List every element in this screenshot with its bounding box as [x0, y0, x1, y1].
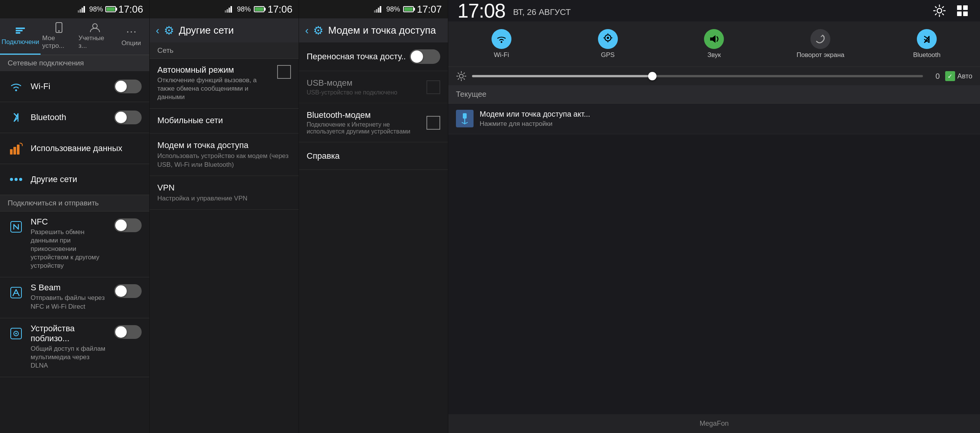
bt-modem-row[interactable]: Bluetooth-модем Подключение к Интернету …	[299, 103, 448, 142]
quick-toggle-bluetooth[interactable]: Bluetooth	[874, 25, 980, 63]
quick-gps-label: GPS	[601, 51, 615, 59]
wifi-item-text: Wi-Fi	[31, 81, 108, 91]
help-title: Справка	[307, 151, 440, 161]
sbeam-icon	[9, 286, 23, 300]
nfc-subtitle: Разрешить обмен данными при прикосновени…	[31, 228, 108, 270]
svg-point-10	[15, 90, 17, 91]
menu-item-vpn[interactable]: VPN Настройка и управление VPN	[150, 176, 299, 210]
quick-toggle-sound[interactable]: Звук	[661, 25, 768, 63]
notif-tethering-sub: Нажмите для настройки	[480, 120, 972, 128]
svg-point-14	[10, 178, 13, 181]
panel-3-header: ‹ ⚙ Модем и точка доступа	[299, 18, 448, 42]
notif-tethering-text: Модем или точка доступа акт... Нажмите д…	[480, 110, 972, 128]
tab-accounts[interactable]: Учетные з...	[77, 18, 113, 55]
menu-item-tethering[interactable]: Модем и точка доступа Использовать устро…	[150, 133, 299, 176]
svg-rect-0	[78, 10, 79, 13]
mobile-title: Мобильные сети	[157, 116, 291, 125]
wifi-toggle[interactable]	[114, 80, 142, 93]
signal-icon-1	[78, 6, 87, 13]
notif-item-tethering[interactable]: Модем или точка доступа акт... Нажмите д…	[448, 104, 980, 134]
brightness-svg-icon	[456, 71, 467, 81]
menu-item-mobile[interactable]: Мобильные сети	[150, 109, 299, 133]
svg-rect-32	[963, 5, 968, 10]
sbeam-toggle[interactable]	[114, 284, 142, 298]
quick-bt-icon	[917, 29, 937, 49]
status-icons-1: 98% 17:06	[78, 3, 143, 15]
nearby-subtitle: Общий доступ к файлам мультимедиа через …	[31, 345, 108, 370]
usb-modem-text: USB-модем USB-устройство не подключено	[307, 78, 426, 96]
data-usage-icon	[9, 142, 23, 155]
menu-section-label-2: Сеть	[150, 42, 299, 59]
status-bar-2: 98% 17:06	[150, 0, 299, 18]
nearby-item-text: Устройства поблизо... Общий доступ к фай…	[31, 324, 108, 370]
hotspot-toggle[interactable]	[410, 49, 440, 64]
tab-connections[interactable]: Подключени	[0, 18, 41, 55]
settings-gear-btn[interactable]	[931, 2, 948, 19]
bt-modem-checkbox[interactable]	[426, 116, 440, 130]
nearby-toggle[interactable]	[114, 325, 142, 339]
svg-rect-23	[227, 9, 228, 13]
section-header-1: Сетевые подключения	[0, 55, 149, 71]
panel-2-header: ‹ ⚙ Другие сети	[150, 18, 299, 42]
settings-item-bluetooth[interactable]: Bluetooth	[0, 102, 149, 133]
settings-item-other[interactable]: Другие сети	[0, 164, 149, 195]
airplane-checkbox[interactable]	[277, 65, 291, 79]
tab-bar-1: Подключени Мое устро... Учетные з... ⋯	[0, 18, 149, 55]
settings-item-data[interactable]: Использование данных	[0, 133, 149, 164]
sbeam-title: S Beam	[31, 283, 108, 293]
quick-toggles-bar: Wi-Fi GPS	[448, 21, 980, 67]
nearby-toggle-knob	[115, 326, 127, 338]
nearby-icon	[9, 327, 23, 340]
nfc-icon	[9, 220, 23, 234]
quick-toggle-gps[interactable]: GPS	[555, 25, 661, 63]
panel-notification-shade: 17:08 ВТ, 26 АВГУСТ	[448, 0, 980, 433]
svg-line-50	[458, 78, 459, 79]
svg-rect-13	[17, 145, 20, 155]
svg-point-8	[58, 30, 60, 32]
usb-modem-row[interactable]: USB-модем USB-устройство не подключено	[299, 71, 448, 103]
nfc-toggle[interactable]	[114, 218, 142, 232]
help-text: Справка	[307, 151, 440, 161]
quick-toggle-wifi[interactable]: Wi-Fi	[448, 25, 555, 63]
usb-modem-checkbox[interactable]	[426, 80, 440, 94]
svg-point-30	[937, 8, 942, 13]
data-icon-container	[8, 140, 24, 157]
svg-rect-24	[229, 8, 230, 13]
accounts-icon	[90, 22, 100, 33]
bt-modem-text: Bluetooth-модем Подключение к Интернету …	[307, 110, 426, 135]
bluetooth-toggle[interactable]	[114, 111, 142, 124]
tab-options[interactable]: ⋯ Опции	[113, 18, 149, 55]
back-btn-2[interactable]: ‹	[156, 24, 159, 37]
status-icons-3: 98% 17:07	[374, 3, 442, 15]
sbeam-toggle-knob	[115, 285, 127, 297]
svg-rect-51	[463, 113, 467, 119]
carrier-bar: MegaFon	[448, 414, 980, 433]
quick-toggle-rotate[interactable]: Поворот экрана	[767, 25, 874, 63]
apps-grid-btn[interactable]	[954, 2, 971, 19]
brightness-slider[interactable]	[472, 75, 923, 77]
svg-point-35	[501, 41, 502, 43]
usb-modem-title: USB-модем	[307, 78, 426, 88]
battery-icon-3	[403, 6, 414, 12]
svg-rect-6	[16, 32, 20, 34]
settings-item-nfc[interactable]: NFC Разрешить обмен данными при прикосно…	[0, 212, 149, 277]
connections-icon	[15, 26, 26, 37]
tab-connections-label: Подключени	[2, 38, 39, 46]
settings-item-wifi[interactable]: Wi-Fi	[0, 71, 149, 102]
svg-rect-34	[963, 11, 968, 16]
nfc-toggle-knob	[115, 220, 127, 231]
settings-item-nearby[interactable]: Устройства поблизо... Общий доступ к фай…	[0, 318, 149, 377]
settings-item-sbeam[interactable]: S Beam Отправить файлы через NFC и Wi-Fi…	[0, 277, 149, 318]
other-networks-icon	[9, 173, 23, 186]
brightness-auto[interactable]: ✓ Авто	[945, 71, 972, 81]
menu-item-airplane[interactable]: Автономный режим Отключение функций вызо…	[150, 59, 299, 109]
rotate-qt-icon	[815, 34, 826, 44]
back-btn-3[interactable]: ‹	[305, 24, 309, 37]
tab-mydevice[interactable]: Мое устро...	[41, 18, 77, 55]
svg-rect-4	[16, 28, 25, 29]
hotspot-row[interactable]: Переносная точка досту..	[299, 42, 448, 71]
help-row[interactable]: Справка	[299, 142, 448, 170]
bluetooth-toggle-knob	[115, 112, 127, 123]
svg-rect-2	[82, 8, 83, 13]
sound-qt-icon	[709, 34, 719, 44]
